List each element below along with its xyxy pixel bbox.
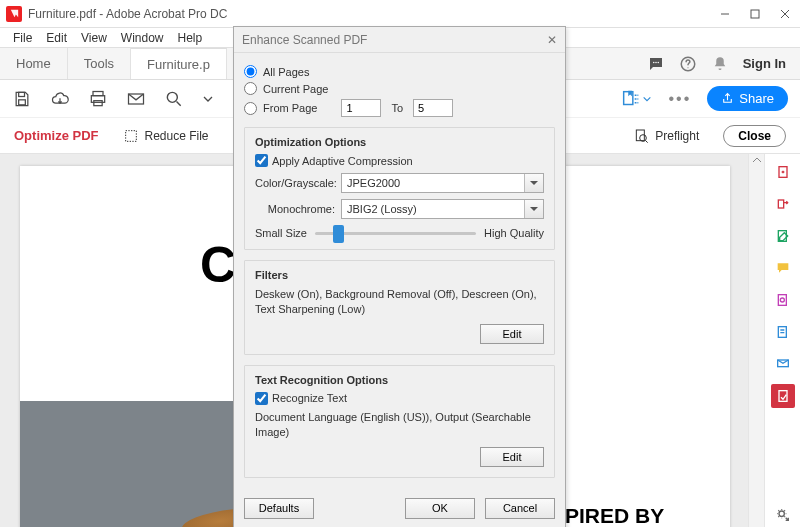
dialog-title: Enhance Scanned PDF bbox=[242, 33, 367, 47]
svg-line-21 bbox=[646, 140, 648, 142]
adaptive-checkbox[interactable] bbox=[255, 154, 268, 167]
svg-rect-1 bbox=[751, 10, 759, 18]
preflight-button[interactable]: Preflight bbox=[633, 128, 699, 144]
rail-optimize-icon[interactable] bbox=[771, 384, 795, 408]
recognize-checkbox[interactable] bbox=[255, 392, 268, 405]
svg-rect-25 bbox=[778, 295, 786, 306]
svg-line-16 bbox=[177, 101, 181, 105]
reduce-file-label: Reduce File bbox=[145, 129, 209, 143]
share-label: Share bbox=[739, 91, 774, 106]
rail-scan-icon[interactable] bbox=[771, 320, 795, 344]
filters-text: Deskew (On), Background Removal (Off), D… bbox=[255, 287, 544, 318]
help-icon[interactable] bbox=[679, 55, 697, 73]
optimize-label: Optimize PDF bbox=[14, 128, 99, 143]
radio-all-pages[interactable] bbox=[244, 65, 257, 78]
svg-point-6 bbox=[657, 61, 659, 63]
mail-icon[interactable] bbox=[126, 89, 146, 109]
app-icon bbox=[6, 6, 22, 22]
rail-export-icon[interactable] bbox=[771, 192, 795, 216]
svg-rect-9 bbox=[19, 92, 25, 96]
maximize-button[interactable] bbox=[740, 0, 770, 28]
rail-protect-icon[interactable] bbox=[771, 352, 795, 376]
color-label: Color/Grayscale: bbox=[255, 177, 335, 189]
svg-point-8 bbox=[687, 67, 688, 68]
dialog-titlebar[interactable]: Enhance Scanned PDF ✕ bbox=[234, 27, 565, 53]
svg-rect-10 bbox=[19, 99, 26, 104]
adaptive-label: Apply Adaptive Compression bbox=[272, 155, 413, 167]
svg-point-15 bbox=[167, 92, 177, 102]
close-window-button[interactable] bbox=[770, 0, 800, 28]
svg-rect-13 bbox=[94, 100, 102, 105]
mono-select[interactable]: JBIG2 (Lossy) bbox=[341, 199, 544, 219]
slider-thumb[interactable] bbox=[333, 225, 344, 243]
svg-rect-23 bbox=[778, 200, 783, 208]
close-button[interactable]: Close bbox=[723, 125, 786, 147]
label-current-page: Current Page bbox=[263, 83, 328, 95]
dialog-close-icon[interactable]: ✕ bbox=[547, 33, 557, 47]
titlebar: Furniture.pdf - Adobe Acrobat Pro DC bbox=[0, 0, 800, 28]
rail-create-icon[interactable] bbox=[771, 160, 795, 184]
bell-icon[interactable] bbox=[711, 55, 729, 73]
svg-point-4 bbox=[653, 61, 655, 63]
svg-rect-11 bbox=[93, 91, 103, 95]
label-all-pages: All Pages bbox=[263, 66, 309, 78]
print-icon[interactable] bbox=[88, 89, 108, 109]
more-icon[interactable]: ••• bbox=[668, 90, 691, 108]
bookmark-icon[interactable] bbox=[620, 88, 652, 110]
chat-icon[interactable] bbox=[647, 55, 665, 73]
quality-slider[interactable] bbox=[315, 232, 476, 235]
rail-settings-icon[interactable] bbox=[771, 503, 795, 527]
cloud-icon[interactable] bbox=[50, 89, 70, 109]
page-heading: C bbox=[200, 236, 236, 294]
save-icon[interactable] bbox=[12, 89, 32, 109]
text-rec-edit-button[interactable]: Edit bbox=[480, 447, 544, 467]
label-from-page: From Page bbox=[263, 102, 317, 114]
menu-window[interactable]: Window bbox=[116, 31, 169, 45]
high-quality-label: High Quality bbox=[484, 227, 544, 239]
radio-from-page[interactable] bbox=[244, 102, 257, 115]
dropdown-icon[interactable] bbox=[202, 89, 214, 109]
svg-point-5 bbox=[655, 61, 657, 63]
right-rail bbox=[764, 154, 800, 527]
minimize-button[interactable] bbox=[710, 0, 740, 28]
scrollbar[interactable] bbox=[748, 154, 764, 527]
radio-current-page[interactable] bbox=[244, 82, 257, 95]
menu-edit[interactable]: Edit bbox=[41, 31, 72, 45]
color-select[interactable]: JPEG2000 bbox=[341, 173, 544, 193]
text-rec-title: Text Recognition Options bbox=[255, 374, 544, 386]
rail-organize-icon[interactable] bbox=[771, 288, 795, 312]
from-page-input[interactable] bbox=[341, 99, 381, 117]
tab-document[interactable]: Furniture.p bbox=[131, 48, 227, 79]
optimization-title: Optimization Options bbox=[255, 136, 544, 148]
svg-point-26 bbox=[780, 298, 784, 302]
tab-tools[interactable]: Tools bbox=[68, 48, 131, 79]
window-title: Furniture.pdf - Adobe Acrobat Pro DC bbox=[28, 7, 227, 21]
label-to: To bbox=[391, 102, 403, 114]
svg-point-30 bbox=[779, 511, 784, 516]
mono-label: Monochrome: bbox=[255, 203, 335, 215]
small-size-label: Small Size bbox=[255, 227, 307, 239]
text-rec-desc: Document Language (English (US)), Output… bbox=[255, 410, 544, 441]
rail-comment-icon[interactable] bbox=[771, 256, 795, 280]
enhance-dialog: Enhance Scanned PDF ✕ All Pages Current … bbox=[233, 26, 566, 527]
search-icon[interactable] bbox=[164, 89, 184, 109]
tab-home[interactable]: Home bbox=[0, 48, 68, 79]
reduce-file-button[interactable]: Reduce File bbox=[123, 128, 209, 144]
defaults-button[interactable]: Defaults bbox=[244, 498, 314, 519]
filters-title: Filters bbox=[255, 269, 544, 281]
recognize-label: Recognize Text bbox=[272, 392, 347, 404]
signin-button[interactable]: Sign In bbox=[743, 56, 786, 71]
share-button[interactable]: Share bbox=[707, 86, 788, 111]
menu-help[interactable]: Help bbox=[173, 31, 208, 45]
preflight-label: Preflight bbox=[655, 129, 699, 143]
filters-edit-button[interactable]: Edit bbox=[480, 324, 544, 344]
menu-view[interactable]: View bbox=[76, 31, 112, 45]
to-page-input[interactable] bbox=[413, 99, 453, 117]
ok-button[interactable]: OK bbox=[405, 498, 475, 519]
svg-rect-18 bbox=[125, 130, 136, 141]
menu-file[interactable]: File bbox=[8, 31, 37, 45]
rail-edit-icon[interactable] bbox=[771, 224, 795, 248]
cancel-button[interactable]: Cancel bbox=[485, 498, 555, 519]
